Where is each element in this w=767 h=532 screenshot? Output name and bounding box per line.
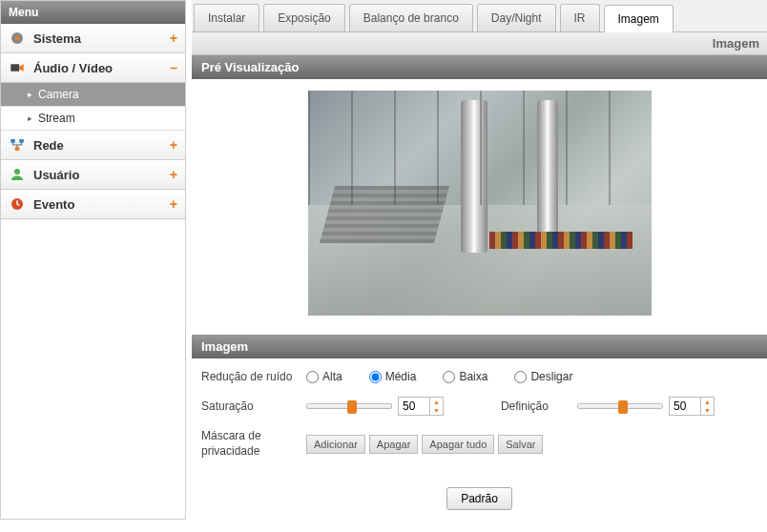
slider-handle[interactable] <box>618 400 628 414</box>
svg-rect-4 <box>10 139 15 143</box>
saturation-slider[interactable] <box>306 403 392 409</box>
save-button[interactable]: Salvar <box>498 435 543 454</box>
tab-ir[interactable]: IR <box>560 4 600 31</box>
svg-marker-3 <box>19 64 24 72</box>
expand-icon: + <box>170 31 177 46</box>
default-button[interactable]: Padrão <box>446 487 512 510</box>
submenu-label: Stream <box>38 112 75 125</box>
menu-label: Rede <box>33 138 170 153</box>
svg-rect-2 <box>10 64 19 72</box>
saturation-label: Saturação <box>201 399 306 413</box>
sharpness-slider[interactable] <box>577 403 663 409</box>
privacy-mask-label: Máscara de privacidade <box>201 429 306 459</box>
sidebar: Menu Sistema + Áudio / Vídeo – ▸ Camera … <box>0 0 186 520</box>
noise-option-baixa[interactable]: Baixa <box>443 370 487 383</box>
menu-label: Áudio / Vídeo <box>33 61 170 75</box>
add-button[interactable]: Adicionar <box>306 435 365 454</box>
noise-option-desligar[interactable]: Desligar <box>514 370 572 383</box>
gear-icon <box>9 30 26 47</box>
sidebar-item-sistema[interactable]: Sistema + <box>1 24 185 53</box>
expand-icon: + <box>170 167 177 182</box>
radio-alta[interactable] <box>306 371 319 383</box>
sidebar-item-rede[interactable]: Rede + <box>1 131 185 160</box>
sharpness-input[interactable] <box>670 398 700 415</box>
spinner-up-icon[interactable]: ▲ <box>701 398 714 406</box>
section-preview-header: Pré Visualização <box>192 55 767 79</box>
menu-header: Menu <box>1 1 185 24</box>
radio-media[interactable] <box>369 371 382 383</box>
privacy-mask-row: Máscara de privacidade Adicionar Apagar … <box>201 429 757 459</box>
spinner-down-icon[interactable]: ▼ <box>701 406 714 415</box>
breadcrumb: Imagem <box>192 32 767 55</box>
spinner-up-icon[interactable]: ▲ <box>430 398 443 406</box>
preview-area <box>192 79 767 335</box>
sidebar-subitem-stream[interactable]: ▸ Stream <box>1 107 185 131</box>
delete-all-button[interactable]: Apagar tudo <box>422 435 494 454</box>
tab-imagem[interactable]: Imagem <box>604 5 674 32</box>
noise-option-alta[interactable]: Alta <box>306 370 342 383</box>
expand-icon: + <box>170 196 177 212</box>
section-image-header: Imagem <box>192 335 767 358</box>
expand-icon: + <box>170 137 177 153</box>
svg-rect-5 <box>19 139 24 143</box>
svg-point-1 <box>15 36 20 41</box>
delete-button[interactable]: Apagar <box>369 435 418 454</box>
svg-point-7 <box>14 169 20 174</box>
collapse-icon: – <box>170 60 177 75</box>
saturation-sharpness-row: Saturação ▲ ▼ D <box>201 397 757 416</box>
tab-balanco-branco[interactable]: Balanço de branco <box>349 4 473 31</box>
sidebar-subitem-camera[interactable]: ▸ Camera <box>1 83 185 107</box>
saturation-spinner[interactable]: ▲ ▼ <box>398 397 444 416</box>
slider-handle[interactable] <box>347 400 357 414</box>
camera-preview <box>308 91 652 316</box>
network-icon <box>9 136 26 153</box>
chevron-right-icon: ▸ <box>28 90 32 99</box>
chevron-right-icon: ▸ <box>28 113 32 123</box>
saturation-input[interactable] <box>399 398 429 415</box>
user-icon <box>9 166 26 183</box>
tab-day-night[interactable]: Day/Night <box>477 4 556 31</box>
svg-rect-6 <box>15 147 20 151</box>
tab-exposicao[interactable]: Exposição <box>263 4 344 31</box>
tab-bar: Instalar Exposição Balanço de branco Day… <box>192 0 767 32</box>
spinner-down-icon[interactable]: ▼ <box>430 406 443 415</box>
submenu-label: Camera <box>38 88 79 101</box>
main-content: Instalar Exposição Balanço de branco Day… <box>192 0 767 520</box>
menu-label: Sistema <box>33 31 170 46</box>
noise-option-media[interactable]: Média <box>369 370 417 383</box>
radio-baixa[interactable] <box>443 371 455 383</box>
menu-label: Usuário <box>33 168 170 182</box>
noise-reduction-label: Redução de ruído <box>201 370 306 383</box>
camera-icon <box>9 59 26 76</box>
tab-instalar[interactable]: Instalar <box>194 4 259 31</box>
sharpness-spinner[interactable]: ▲ ▼ <box>669 397 715 416</box>
sidebar-item-audio-video[interactable]: Áudio / Vídeo – <box>1 53 185 83</box>
sidebar-item-usuario[interactable]: Usuário + <box>1 160 185 190</box>
bell-icon <box>9 195 26 213</box>
radio-desligar[interactable] <box>514 371 527 383</box>
noise-reduction-row: Redução de ruído Alta Média Baixa <box>201 370 757 383</box>
sharpness-label: Definição <box>501 399 549 413</box>
menu-label: Evento <box>33 197 170 212</box>
sidebar-item-evento[interactable]: Evento + <box>1 190 185 219</box>
